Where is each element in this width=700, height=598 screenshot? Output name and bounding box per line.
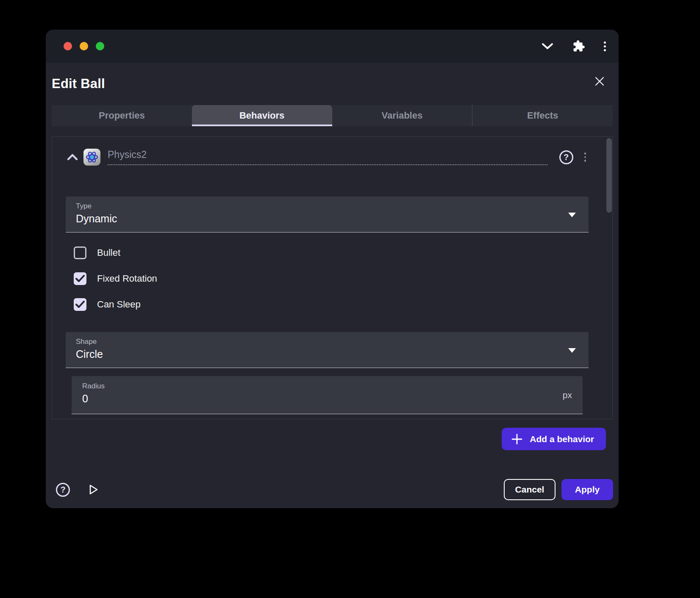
bullet-checkbox[interactable]	[74, 246, 86, 259]
shape-select[interactable]: Shape Circle	[66, 332, 589, 368]
shape-label: Shape	[76, 338, 573, 346]
dialog-footer: ? Cancel Apply	[46, 479, 619, 508]
behavior-kebab-menu-icon[interactable]	[584, 152, 586, 162]
tab-properties[interactable]: Properties	[52, 105, 192, 126]
tab-bar: Properties Behaviors Variables Effects	[52, 105, 613, 126]
edit-ball-dialog: Edit Ball Properties Behaviors Variables…	[46, 30, 619, 508]
help-circle-icon[interactable]: ?	[559, 150, 573, 164]
scrollbar-thumb[interactable]	[606, 138, 612, 213]
scrollbar-track[interactable]	[606, 138, 612, 419]
radius-unit: px	[563, 390, 572, 400]
minimize-window-button[interactable]	[80, 42, 88, 50]
close-icon[interactable]	[593, 75, 606, 88]
type-value: Dynamic	[76, 213, 573, 225]
help-circle-icon[interactable]: ?	[56, 483, 70, 497]
tab-variables[interactable]: Variables	[332, 105, 472, 126]
zoom-window-button[interactable]	[96, 42, 104, 50]
checkbox-group: Bullet Fixed Rotation Can Sleep	[74, 244, 612, 314]
radius-label: Radius	[82, 382, 572, 390]
plus-icon	[511, 433, 523, 445]
kebab-menu-icon[interactable]	[604, 42, 606, 51]
chevron-down-icon	[568, 213, 576, 217]
cancel-button[interactable]: Cancel	[504, 479, 556, 500]
add-behavior-button[interactable]: Add a behavior	[502, 428, 606, 450]
can-sleep-label: Can Sleep	[97, 299, 141, 310]
can-sleep-checkbox[interactable]	[74, 298, 86, 311]
can-sleep-checkbox-row[interactable]: Can Sleep	[74, 295, 612, 314]
shape-value: Circle	[76, 348, 573, 360]
bullet-checkbox-row[interactable]: Bullet	[74, 244, 612, 262]
fixed-rotation-checkbox[interactable]	[74, 272, 86, 285]
add-behavior-row: Add a behavior	[46, 428, 619, 450]
tab-behaviors[interactable]: Behaviors	[192, 105, 332, 126]
play-icon[interactable]	[87, 483, 100, 496]
radius-field[interactable]: Radius 0 px	[72, 376, 583, 414]
window-titlebar	[46, 30, 619, 63]
fixed-rotation-label: Fixed Rotation	[97, 273, 157, 284]
type-select[interactable]: Type Dynamic	[66, 197, 589, 233]
behavior-header: Physics2 ?	[66, 147, 586, 167]
chevron-down-icon[interactable]	[541, 42, 554, 50]
apply-button[interactable]: Apply	[561, 479, 613, 500]
collapse-chevron-up-icon[interactable]	[66, 153, 79, 161]
traffic-lights	[64, 42, 104, 50]
chevron-down-icon	[568, 348, 576, 353]
type-label: Type	[76, 202, 573, 210]
puzzle-extension-icon[interactable]	[572, 40, 585, 53]
close-window-button[interactable]	[64, 42, 72, 50]
behavior-name-input[interactable]: Physics2	[108, 149, 547, 165]
radius-input[interactable]: 0	[82, 393, 572, 405]
behaviors-panel: Physics2 ? Type Dynamic Bullet Fixed Rot…	[52, 136, 613, 419]
atom-physics-icon	[83, 149, 100, 166]
page-title: Edit Ball	[52, 76, 105, 91]
bullet-label: Bullet	[97, 247, 120, 258]
tab-effects[interactable]: Effects	[472, 105, 613, 126]
dialog-header: Edit Ball	[46, 63, 619, 105]
add-behavior-label: Add a behavior	[530, 434, 594, 444]
fixed-rotation-checkbox-row[interactable]: Fixed Rotation	[74, 269, 612, 288]
